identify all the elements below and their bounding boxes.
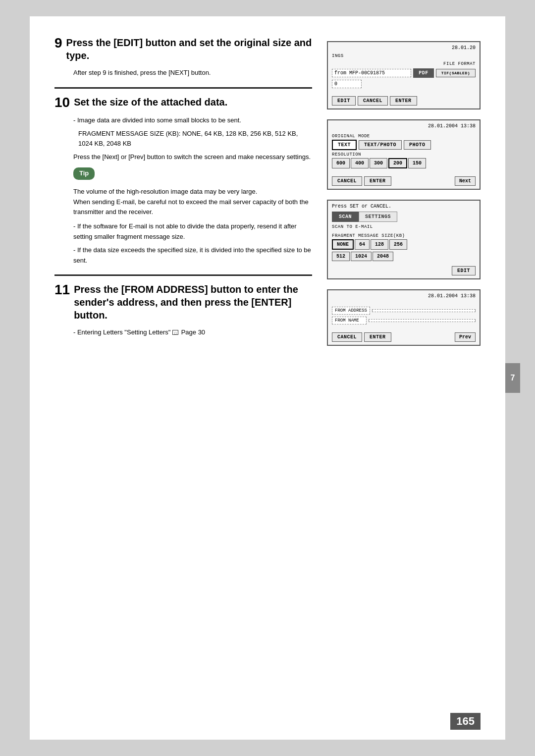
panel3-64-btn[interactable]: 64 bbox=[355, 239, 370, 250]
panel1-cancel-btn[interactable]: CANCEL bbox=[358, 96, 388, 106]
panel1-edit-btn[interactable]: EDIT bbox=[332, 96, 356, 106]
panel4: 28.01.2004 13:38 FROM ADDRESS FROM NAME … bbox=[327, 289, 481, 346]
panel4-prev-btn[interactable]: Prev bbox=[455, 332, 476, 342]
section10-header: 10 Set the size of the attached data. bbox=[54, 96, 312, 109]
section11-number: 11 bbox=[54, 283, 70, 297]
section9-number: 9 bbox=[54, 36, 62, 50]
section9-dash: After step 9 is finished, press the [NEX… bbox=[73, 68, 312, 78]
panel1-pdf-btn[interactable]: PDF bbox=[413, 68, 434, 78]
panel2-cancel-enter-group: CANCEL ENTER bbox=[332, 176, 391, 186]
section10-bullet3: Press the [Next] or [Prev] button to swi… bbox=[73, 152, 312, 162]
section10: 10 Set the size of the attached data. - … bbox=[54, 96, 312, 266]
section9-header: 9 Press the [EDIT] button and set the or… bbox=[54, 36, 312, 62]
panel1-enter-btn[interactable]: ENTER bbox=[390, 96, 417, 106]
section10-dash2: - If the data size exceeds the specified… bbox=[73, 245, 312, 266]
divider-11 bbox=[54, 274, 312, 276]
panel2-res200[interactable]: 200 bbox=[388, 158, 407, 168]
panel3-2048-btn[interactable]: 2048 bbox=[373, 252, 393, 261]
panel3-fragment-label: FRAGMENT MESSAGE SIZE(KB) bbox=[332, 233, 476, 238]
section9-body: After step 9 is finished, press the [NEX… bbox=[73, 68, 312, 78]
panel4-from-address-row: FROM ADDRESS bbox=[332, 307, 476, 315]
panel3-512-btn[interactable]: 512 bbox=[332, 252, 350, 261]
section10-number: 10 bbox=[54, 96, 70, 109]
page-number: 165 bbox=[450, 713, 481, 730]
panel2-res400[interactable]: 400 bbox=[351, 158, 369, 168]
panel2-resolution-row: 600 400 300 200 150 bbox=[332, 158, 476, 168]
panel1-time: 28.01.20 bbox=[332, 45, 476, 51]
left-column: 9 Press the [EDIT] button and set the or… bbox=[54, 36, 327, 720]
panel2-resolution-label: RESOLUTION bbox=[332, 152, 476, 157]
tip-text2: When sending E-mail, be careful not to e… bbox=[73, 197, 312, 218]
panel2-mode-row: TEXT TEXT/PHOTO PHOTO bbox=[332, 140, 476, 150]
section10-dash1: - If the software for E-mail is not able… bbox=[73, 221, 312, 242]
section10-bullet1: - Image data are divided into some small… bbox=[73, 115, 312, 126]
panel1-zero: 0 bbox=[332, 80, 362, 88]
panel2-enter-btn[interactable]: ENTER bbox=[364, 176, 391, 186]
section10-body: - Image data are divided into some small… bbox=[73, 115, 312, 266]
panel2-bottom-row: CANCEL ENTER Next bbox=[332, 176, 476, 186]
panel4-from-address-value bbox=[372, 309, 476, 312]
panel1: 28.01.20 INGS FILE FORMAT from MFP-00C91… bbox=[327, 41, 481, 109]
panel3-press-set: Press SET or CANCEL. bbox=[332, 204, 476, 209]
panel1-from-value: from MFP-00C91875 bbox=[332, 69, 411, 77]
panel2-res300[interactable]: 300 bbox=[370, 158, 387, 168]
panel3-128-btn[interactable]: 128 bbox=[371, 239, 388, 250]
side-tab: 7 bbox=[505, 363, 520, 393]
panel2-text-btn[interactable]: TEXT bbox=[332, 140, 357, 150]
panel3-settings-tab[interactable]: SETTINGS bbox=[359, 212, 397, 222]
panel3-size-row2: 512 1024 2048 bbox=[332, 252, 476, 261]
right-column: 28.01.20 INGS FILE FORMAT from MFP-00C91… bbox=[327, 36, 481, 720]
section9-dash-text: After step 9 is finished, press the [NEX… bbox=[73, 69, 211, 76]
panel4-from-address-label: FROM ADDRESS bbox=[332, 307, 370, 315]
panel3-scan-to-email: SCAN TO E-MAIL bbox=[332, 224, 476, 229]
panel4-from-name-row: FROM NAME bbox=[332, 317, 476, 324]
section11-page-ref: Page 30 bbox=[181, 328, 205, 336]
panel3-1024-btn[interactable]: 1024 bbox=[351, 252, 372, 261]
panel3-256-btn[interactable]: 256 bbox=[389, 239, 407, 250]
page: 9 Press the [EDIT] button and set the or… bbox=[30, 16, 505, 740]
panel1-btn-group: EDIT CANCEL ENTER bbox=[332, 96, 476, 106]
panel2-next-btn[interactable]: Next bbox=[455, 176, 476, 186]
panel4-enter-btn[interactable]: ENTER bbox=[364, 332, 391, 342]
panel2: 28.01.2004 13:38 ORIGINAL MODE TEXT TEXT… bbox=[327, 119, 481, 190]
section11-dash: - Entering Letters "Setting Letters" □ P… bbox=[73, 327, 312, 338]
panel2-original-mode-label: ORIGINAL MODE bbox=[332, 134, 476, 139]
panel2-cancel-btn[interactable]: CANCEL bbox=[332, 176, 362, 186]
panel4-bottom-row: CANCEL ENTER Prev bbox=[332, 332, 476, 342]
section11-title: Press the [FROM ADDRESS] button to enter… bbox=[74, 283, 312, 322]
section10-title: Set the size of the attached data. bbox=[74, 96, 227, 108]
panel3-scan-tab[interactable]: SCAN bbox=[332, 212, 359, 222]
panel3-tab-row: SCAN SETTINGS bbox=[332, 212, 476, 222]
tip-text1: The volume of the high-resolution image … bbox=[73, 187, 312, 197]
panel2-photo-btn[interactable]: PHOTO bbox=[404, 140, 431, 150]
panel2-textphoto-btn[interactable]: TEXT/PHOTO bbox=[359, 140, 402, 150]
panel1-from-row: from MFP-00C91875 PDF TIF(SABLED) bbox=[332, 68, 476, 78]
section10-bullet2: FRAGMENT MESSAGE SIZE (KB): NONE, 64 KB,… bbox=[78, 129, 312, 150]
panel3-edit-area: EDIT bbox=[332, 266, 476, 275]
panel1-disabled-btn[interactable]: TIF(SABLED) bbox=[436, 69, 476, 77]
panel3: Press SET or CANCEL. SCAN SETTINGS SCAN … bbox=[327, 200, 481, 279]
tip-label: Tip bbox=[73, 167, 95, 180]
panel4-time: 28.01.2004 13:38 bbox=[332, 293, 476, 299]
panel3-none-btn[interactable]: NONE bbox=[332, 239, 354, 250]
panel1-file-format-label: FILE FORMAT bbox=[443, 61, 476, 66]
panel2-res150[interactable]: 150 bbox=[408, 158, 426, 168]
panel3-edit-btn[interactable]: EDIT bbox=[452, 266, 476, 275]
panel2-res600[interactable]: 600 bbox=[332, 158, 350, 168]
page-ref-icon: □ bbox=[172, 330, 178, 335]
section11-body: - Entering Letters "Setting Letters" □ P… bbox=[73, 327, 312, 338]
panel4-from-name-value bbox=[369, 319, 476, 322]
section11: 11 Press the [FROM ADDRESS] button to en… bbox=[54, 283, 312, 338]
panel4-cancel-enter-group: CANCEL ENTER bbox=[332, 332, 391, 342]
divider-10 bbox=[54, 87, 312, 89]
panel4-from-name-label: FROM NAME bbox=[332, 317, 367, 324]
panel4-cancel-btn[interactable]: CANCEL bbox=[332, 332, 362, 342]
section9-title: Press the [EDIT] button and set the orig… bbox=[66, 36, 312, 62]
panel2-time: 28.01.2004 13:38 bbox=[332, 123, 476, 129]
panel1-ings-label: INGS bbox=[332, 54, 344, 58]
section11-header: 11 Press the [FROM ADDRESS] button to en… bbox=[54, 283, 312, 322]
tip-area: Tip The volume of the high-resolution im… bbox=[73, 167, 312, 217]
panel3-size-row1: NONE 64 128 256 bbox=[332, 239, 476, 250]
